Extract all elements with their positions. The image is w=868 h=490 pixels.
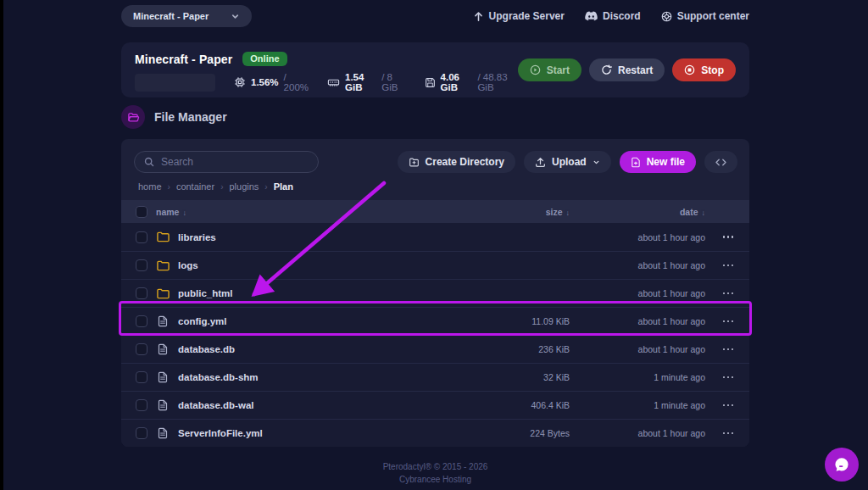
sort-icon: ↓: [566, 209, 570, 217]
row-menu-button[interactable]: [714, 427, 743, 440]
row-checkbox[interactable]: [136, 315, 147, 327]
search-box[interactable]: [134, 151, 319, 173]
file-plus-icon: [631, 157, 641, 168]
file-size: 224 Bytes: [459, 428, 570, 438]
chat-widget-button[interactable]: [825, 448, 859, 482]
row-menu-button[interactable]: [714, 343, 743, 356]
play-circle-icon: [530, 64, 541, 75]
select-all-checkbox[interactable]: [136, 206, 147, 218]
create-directory-button[interactable]: Create Directory: [398, 151, 515, 173]
memory-max: / 8 GiB: [381, 72, 405, 92]
folder-icon: [156, 231, 170, 242]
support-center-link[interactable]: Support center: [661, 10, 749, 22]
file-size: 32 KiB: [459, 372, 570, 382]
upgrade-server-link[interactable]: Upgrade Server: [473, 10, 565, 22]
cpu-stat: 1.56% / 200%: [234, 72, 309, 92]
breadcrumb-home[interactable]: home: [138, 181, 162, 192]
upload-button[interactable]: Upload: [524, 151, 611, 173]
start-button[interactable]: Start: [518, 58, 581, 81]
memory-icon: [327, 76, 340, 88]
restart-button[interactable]: Restart: [589, 58, 665, 81]
row-checkbox[interactable]: [136, 231, 147, 243]
code-editor-button[interactable]: [704, 151, 737, 173]
sort-icon: ↓: [182, 209, 186, 217]
breadcrumb-separator: ›: [168, 182, 170, 192]
search-input[interactable]: [161, 156, 309, 168]
file-date: about 1 hour ago: [578, 260, 705, 270]
column-header-name[interactable]: name↓: [156, 207, 451, 217]
server-selector-label: Minecraft - Paper: [133, 11, 209, 21]
file-size: 11.09 KiB: [459, 316, 570, 326]
new-file-button[interactable]: New file: [620, 151, 696, 173]
create-directory-label: Create Directory: [426, 156, 504, 168]
disk-max: / 48.83 GiB: [477, 72, 517, 92]
file-name[interactable]: database.db-shm: [178, 372, 451, 382]
row-checkbox[interactable]: [136, 343, 147, 355]
cpu-icon: [234, 76, 246, 88]
footer-host: Cybrancee Hosting: [121, 474, 749, 487]
discord-link[interactable]: Discord: [585, 10, 641, 22]
lifebuoy-icon: [661, 11, 672, 22]
file-table-body: librariesabout 1 hour agologsabout 1 hou…: [121, 223, 749, 447]
file-date: about 1 hour ago: [578, 344, 705, 354]
table-row[interactable]: database.db-wal406.4 KiB1 minute ago: [121, 391, 749, 419]
file-manager-panel: Create Directory Upload New file: [121, 139, 749, 447]
row-menu-button[interactable]: [714, 315, 743, 328]
row-checkbox[interactable]: [136, 259, 147, 271]
stop-circle-icon: [684, 64, 695, 75]
screen-left-edge: [0, 0, 3, 490]
chat-icon: [832, 455, 851, 474]
address-placeholder-box: [135, 74, 215, 92]
table-row[interactable]: librariesabout 1 hour ago: [121, 223, 749, 251]
column-header-date[interactable]: date↓: [578, 207, 705, 217]
breadcrumb-plugins[interactable]: plugins: [229, 181, 259, 192]
file-name[interactable]: config.yml: [178, 316, 451, 326]
stop-button[interactable]: Stop: [672, 58, 736, 81]
file-size: 236 KiB: [459, 344, 570, 354]
row-menu-button[interactable]: [714, 287, 743, 300]
row-checkbox[interactable]: [136, 287, 147, 299]
file-name[interactable]: database.db: [178, 344, 451, 354]
file-name[interactable]: database.db-wal: [178, 400, 451, 410]
cpu-value: 1.56%: [251, 77, 279, 87]
upload-icon: [535, 157, 546, 168]
file-date: 1 minute ago: [578, 372, 705, 382]
file-name[interactable]: public_html: [178, 288, 451, 298]
discord-icon: [585, 11, 598, 21]
table-row[interactable]: ServerInfoFile.yml224 Bytesabout 1 hour …: [121, 419, 749, 447]
table-row[interactable]: database.db-shm32 KiB1 minute ago: [121, 363, 749, 391]
file-icon: [156, 371, 170, 383]
code-icon: [715, 158, 726, 167]
page-heading: File Manager: [121, 105, 749, 129]
cpu-max: / 200%: [284, 72, 309, 92]
breadcrumb-separator: ›: [264, 182, 267, 192]
file-name[interactable]: logs: [178, 260, 451, 270]
folder-plus-icon: [409, 157, 420, 168]
table-row[interactable]: database.db236 KiBabout 1 hour ago: [121, 335, 749, 363]
discord-label: Discord: [603, 10, 641, 22]
table-row[interactable]: logsabout 1 hour ago: [121, 251, 749, 279]
disk-value: 4.06 GiB: [441, 72, 473, 92]
row-checkbox[interactable]: [136, 427, 147, 439]
row-menu-button[interactable]: [714, 231, 743, 243]
server-selector-dropdown[interactable]: Minecraft - Paper: [121, 5, 252, 27]
disk-stat: 4.06 GiB / 48.83 GiB: [425, 72, 518, 92]
row-menu-button[interactable]: [714, 371, 743, 384]
app-container: Minecraft - Paper Upgrade Server Discord: [121, 0, 749, 486]
table-row[interactable]: public_htmlabout 1 hour ago: [121, 279, 749, 307]
restart-label: Restart: [618, 64, 653, 76]
table-row[interactable]: config.yml11.09 KiBabout 1 hour ago: [121, 307, 749, 335]
file-name[interactable]: libraries: [178, 232, 451, 242]
breadcrumb-container[interactable]: container: [176, 181, 214, 192]
column-header-size[interactable]: size↓: [459, 207, 570, 217]
row-menu-button[interactable]: [714, 259, 743, 272]
file-date: about 1 hour ago: [578, 288, 705, 298]
file-name[interactable]: ServerInfoFile.yml: [178, 428, 451, 438]
file-icon: [156, 343, 170, 355]
row-menu-button[interactable]: [714, 399, 743, 412]
file-toolbar: Create Directory Upload New file: [121, 139, 749, 173]
file-size: 406.4 KiB: [459, 400, 570, 410]
row-checkbox[interactable]: [136, 371, 147, 383]
topbar: Minecraft - Paper Upgrade Server Discord: [121, 0, 749, 32]
row-checkbox[interactable]: [136, 399, 147, 411]
